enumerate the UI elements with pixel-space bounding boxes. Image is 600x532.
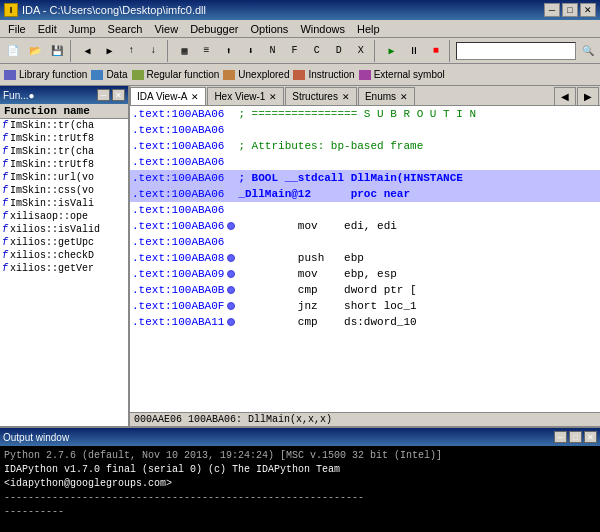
function-panel-close[interactable]: ✕ xyxy=(112,89,125,101)
tabs-row: IDA View-A ✕ Hex View-1 ✕ Structures ✕ E… xyxy=(130,86,600,106)
list-item[interactable]: f xilios::checkD xyxy=(0,249,128,262)
new-button[interactable]: 📄 xyxy=(2,40,23,62)
close-button[interactable]: ✕ xyxy=(580,3,596,17)
menu-edit[interactable]: Edit xyxy=(32,22,63,36)
names-button[interactable]: N xyxy=(262,40,283,62)
tab-structures-close[interactable]: ✕ xyxy=(342,92,350,102)
legend-regular: Regular function xyxy=(132,69,220,80)
title-bar-left: I IDA - C:\Users\cong\Desktop\imfc0.dll xyxy=(4,3,206,17)
xref-button[interactable]: X xyxy=(350,40,371,62)
list-item[interactable]: f xilios::getUpc xyxy=(0,236,128,249)
minimize-button[interactable]: ─ xyxy=(544,3,560,17)
output-panel-close[interactable]: ✕ xyxy=(584,431,597,443)
list-item[interactable]: f ImSkin::trUtf8 xyxy=(0,132,128,145)
output-panel-maximize[interactable]: □ xyxy=(569,431,582,443)
search-go-button[interactable]: 🔍 xyxy=(577,40,598,62)
title-bar-controls[interactable]: ─ □ ✕ xyxy=(544,3,596,17)
up-button[interactable]: ↑ xyxy=(121,40,142,62)
tab-structures[interactable]: Structures ✕ xyxy=(285,87,357,105)
list-item[interactable]: f ImSkin::trUtf8 xyxy=(0,158,128,171)
function-name: xilios::isValid xyxy=(10,224,100,235)
menu-debugger[interactable]: Debugger xyxy=(184,22,244,36)
code-button[interactable]: C xyxy=(306,40,327,62)
function-icon: f xyxy=(2,211,8,222)
tab-hex-view[interactable]: Hex View-1 ✕ xyxy=(207,87,284,105)
maximize-button[interactable]: □ xyxy=(562,3,578,17)
menu-view[interactable]: View xyxy=(148,22,184,36)
menu-windows[interactable]: Windows xyxy=(294,22,351,36)
code-view[interactable]: .text:100ABA06 ; ================ S U B … xyxy=(130,106,600,426)
tab-nav-right[interactable]: ▶ xyxy=(577,87,599,105)
function-panel-minimize[interactable]: ─ xyxy=(97,89,110,101)
list-item[interactable]: f ImSkin::tr(cha xyxy=(0,119,128,132)
down-button[interactable]: ↓ xyxy=(143,40,164,62)
save-button[interactable]: 💾 xyxy=(46,40,67,62)
legend-instruction: Instruction xyxy=(293,69,354,80)
function-panel-controls[interactable]: ─ ✕ xyxy=(97,89,125,101)
list-item[interactable]: f ImSkin::tr(cha xyxy=(0,145,128,158)
list-item[interactable]: f xilios::getVer xyxy=(0,262,128,275)
function-name: ImSkin::tr(cha xyxy=(10,146,94,157)
code-addr: .text:100ABA06 xyxy=(132,220,224,232)
menu-jump[interactable]: Jump xyxy=(63,22,102,36)
function-panel-titlebar: Fun...● ─ ✕ xyxy=(0,86,128,104)
tab-enums-close[interactable]: ✕ xyxy=(400,92,408,102)
list-item[interactable]: f xilisaop::ope xyxy=(0,210,128,223)
output-panel-controls[interactable]: ─ □ ✕ xyxy=(554,431,597,443)
function-name: ImSkin::trUtf8 xyxy=(10,159,94,170)
code-line: .text:100ABA08 push ebp xyxy=(130,250,600,266)
function-icon: f xyxy=(2,146,8,157)
code-panel: IDA View-A ✕ Hex View-1 ✕ Structures ✕ E… xyxy=(130,86,600,426)
legend-library-label: Library function xyxy=(19,69,87,80)
function-name: xilios::checkD xyxy=(10,250,94,261)
code-line: .text:100ABA06 ; Attributes: bp-based fr… xyxy=(130,138,600,154)
output-line: ---------- xyxy=(4,505,596,519)
menu-help[interactable]: Help xyxy=(351,22,386,36)
import-button[interactable]: ⬆ xyxy=(218,40,239,62)
forward-button[interactable]: ▶ xyxy=(99,40,120,62)
tab-hex-view-close[interactable]: ✕ xyxy=(269,92,277,102)
list-item[interactable]: f xilios::isValid xyxy=(0,223,128,236)
tab-enums[interactable]: Enums ✕ xyxy=(358,87,415,105)
tab-ida-view-close[interactable]: ✕ xyxy=(191,92,199,102)
output-panel-title: Output window xyxy=(3,432,69,443)
menu-options[interactable]: Options xyxy=(244,22,294,36)
output-panel-minimize[interactable]: ─ xyxy=(554,431,567,443)
tab-nav-left[interactable]: ◀ xyxy=(554,87,576,105)
function-name: xilios::getUpc xyxy=(10,237,94,248)
run-button[interactable]: ▶ xyxy=(381,40,402,62)
legend-library-box xyxy=(4,70,16,80)
list-item[interactable]: f ImSkin::url(vo xyxy=(0,171,128,184)
function-name: ImSkin::url(vo xyxy=(10,172,94,183)
function-icon: f xyxy=(2,250,8,261)
search-input[interactable] xyxy=(456,42,576,60)
function-icon: f xyxy=(2,198,8,209)
function-icon: f xyxy=(2,159,8,170)
list-item[interactable]: f ImSkin::isVali xyxy=(0,197,128,210)
code-line: .text:100ABA11 cmp ds:dword_10 xyxy=(130,314,600,330)
func-button[interactable]: F xyxy=(284,40,305,62)
menu-search[interactable]: Search xyxy=(102,22,149,36)
code-addr: .text:100ABA06 xyxy=(132,140,224,152)
legend-data-box xyxy=(91,70,103,80)
export-button[interactable]: ⬇ xyxy=(240,40,261,62)
code-text: ; BOOL __stdcall DllMain(HINSTANCE xyxy=(238,172,462,184)
list-item[interactable]: f ImSkin::css(vo xyxy=(0,184,128,197)
code-line: .text:100ABA0B cmp dword ptr [ xyxy=(130,282,600,298)
pause-button[interactable]: ⏸ xyxy=(403,40,424,62)
back-button[interactable]: ◀ xyxy=(77,40,98,62)
legend-regular-box xyxy=(132,70,144,80)
open-button[interactable]: 📂 xyxy=(24,40,45,62)
legend-instruction-label: Instruction xyxy=(308,69,354,80)
data-button[interactable]: D xyxy=(328,40,349,62)
stop-button[interactable]: ■ xyxy=(425,40,446,62)
hex-button[interactable]: ▦ xyxy=(174,40,195,62)
tab-ida-view[interactable]: IDA View-A ✕ xyxy=(130,87,206,105)
legend-data: Data xyxy=(91,69,127,80)
function-list[interactable]: f ImSkin::tr(cha f ImSkin::trUtf8 f ImSk… xyxy=(0,119,128,426)
title-bar: I IDA - C:\Users\cong\Desktop\imfc0.dll … xyxy=(0,0,600,20)
tab-structures-label: Structures xyxy=(292,91,338,102)
str-button[interactable]: ≡ xyxy=(196,40,217,62)
menu-file[interactable]: File xyxy=(2,22,32,36)
function-name: ImSkin::isVali xyxy=(10,198,94,209)
